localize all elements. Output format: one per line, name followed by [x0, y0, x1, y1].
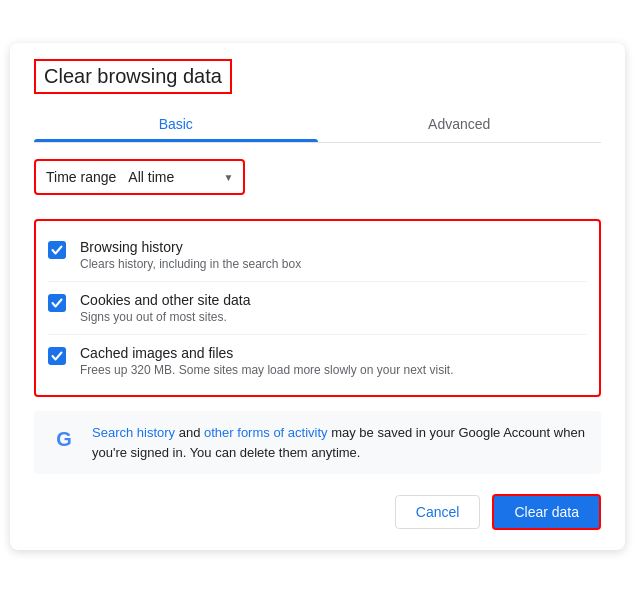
time-range-label: Time range: [46, 169, 116, 185]
clear-data-button[interactable]: Clear data: [492, 494, 601, 530]
checkbox-cookies-text: Cookies and other site data Signs you ou…: [80, 292, 250, 324]
time-range-select[interactable]: Last hour Last 24 hours Last 7 days Last…: [128, 169, 233, 185]
clear-browsing-data-dialog: Clear browsing data Basic Advanced Time …: [10, 43, 625, 550]
checkbox-cached-box[interactable]: [48, 347, 66, 365]
checkbox-cookies[interactable]: Cookies and other site data Signs you ou…: [48, 281, 587, 334]
info-text-and: and: [179, 425, 204, 440]
time-range-row: Time range Last hour Last 24 hours Last …: [34, 159, 245, 195]
dialog-title: Clear browsing data: [34, 59, 232, 94]
info-link-search-history[interactable]: Search history: [92, 425, 175, 440]
info-text: Search history and other forms of activi…: [92, 423, 587, 462]
info-box: G Search history and other forms of acti…: [34, 411, 601, 474]
checkbox-browsing-history-title: Browsing history: [80, 239, 301, 255]
tab-basic[interactable]: Basic: [34, 106, 318, 142]
checkbox-cookies-box[interactable]: [48, 294, 66, 312]
time-range-wrapper: Time range Last hour Last 24 hours Last …: [34, 159, 601, 207]
checkbox-cookies-title: Cookies and other site data: [80, 292, 250, 308]
tabs-bar: Basic Advanced: [34, 106, 601, 143]
checkbox-browsing-history[interactable]: Browsing history Clears history, includi…: [48, 229, 587, 281]
checkbox-cached-text: Cached images and files Frees up 320 MB.…: [80, 345, 453, 377]
time-range-select-wrapper[interactable]: Last hour Last 24 hours Last 7 days Last…: [128, 169, 233, 185]
checkbox-browsing-history-box[interactable]: [48, 241, 66, 259]
checkbox-cookies-desc: Signs you out of most sites.: [80, 310, 250, 324]
checkbox-cached-desc: Frees up 320 MB. Some sites may load mor…: [80, 363, 453, 377]
checkbox-cached-title: Cached images and files: [80, 345, 453, 361]
checkbox-cached[interactable]: Cached images and files Frees up 320 MB.…: [48, 334, 587, 387]
dialog-actions: Cancel Clear data: [34, 494, 601, 530]
info-link-other-activity[interactable]: other forms of activity: [204, 425, 328, 440]
checkbox-browsing-history-text: Browsing history Clears history, includi…: [80, 239, 301, 271]
checkbox-browsing-history-desc: Clears history, including in the search …: [80, 257, 301, 271]
tab-advanced[interactable]: Advanced: [318, 106, 602, 142]
google-g-icon: G: [48, 423, 80, 455]
checkboxes-section: Browsing history Clears history, includi…: [34, 219, 601, 397]
cancel-button[interactable]: Cancel: [395, 495, 481, 529]
